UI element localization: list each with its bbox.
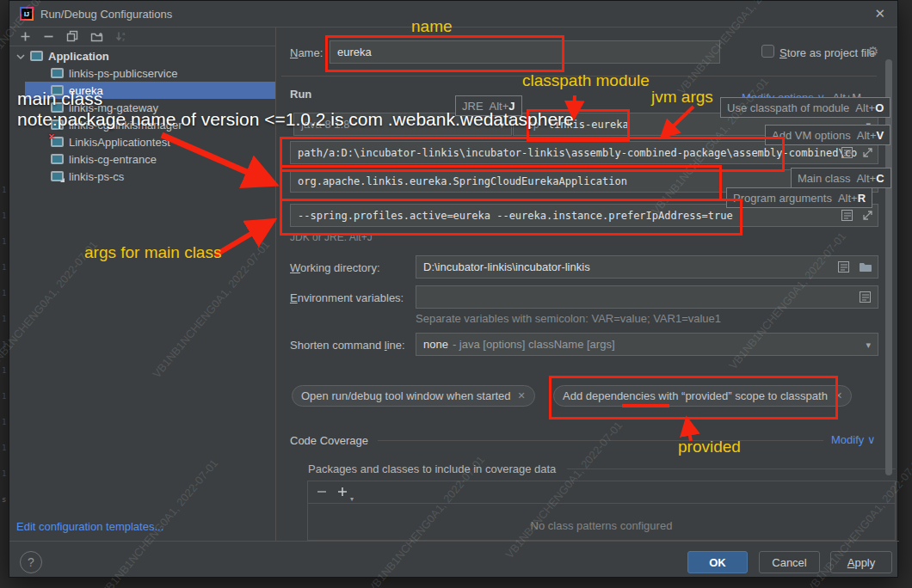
remove-pattern-icon[interactable] bbox=[317, 485, 327, 500]
tree-node-application[interactable]: Application bbox=[9, 47, 275, 64]
cancel-button[interactable]: Cancel bbox=[759, 551, 820, 573]
chevron-down-icon: ▾ bbox=[866, 339, 871, 350]
tree-item-label: LinkisApplicationtest bbox=[69, 136, 170, 149]
chevron-expanded-icon[interactable] bbox=[16, 50, 25, 63]
annotation-note-text: note:package name of version <=1.0.2 is … bbox=[17, 109, 574, 130]
tree-item-label: linkis-ps-publicservice bbox=[69, 67, 177, 80]
tree-item-linkisapplicationtest[interactable]: LinkisApplicationtest bbox=[9, 133, 275, 150]
environment-variables-label: Environment variables: bbox=[290, 291, 404, 304]
tree-item-label: linkis-cg-entrance bbox=[69, 153, 157, 166]
run-config-error-icon bbox=[51, 137, 64, 147]
coverage-modify-link[interactable]: Modify ∨ bbox=[831, 433, 875, 446]
help-button[interactable]: ? bbox=[20, 551, 42, 573]
code-coverage-section-label: Code Coverage bbox=[290, 434, 368, 447]
close-icon[interactable]: ✕ bbox=[874, 6, 885, 21]
remove-tag-icon[interactable]: ✕ bbox=[835, 390, 842, 401]
svg-text:a: a bbox=[122, 31, 126, 36]
apply-button[interactable]: Apply bbox=[830, 551, 892, 573]
shorten-command-line-label: Shorten command line: bbox=[290, 339, 405, 352]
title-bar: IJ Run/Debug Configurations ✕ bbox=[9, 1, 897, 28]
open-tool-window-tag[interactable]: Open run/debug tool window when started … bbox=[292, 385, 535, 407]
tree-node-label: Application bbox=[48, 50, 109, 63]
program-arguments-hint: Program argumentsAlt+R bbox=[726, 187, 872, 208]
tree-item-label: linkis-ps-cs bbox=[69, 170, 124, 183]
vertical-scrollbar[interactable] bbox=[885, 59, 892, 475]
tree-item-linkis-ps-publicservice[interactable]: linkis-ps-publicservice bbox=[9, 64, 275, 82]
name-label: Name: bbox=[290, 46, 323, 59]
new-folder-icon[interactable] bbox=[90, 31, 103, 42]
chevron-down-icon: ∨ bbox=[867, 433, 876, 446]
provided-word: provided bbox=[685, 389, 728, 402]
working-directory-input[interactable]: D:\incubator-linkis\incubator-linkis bbox=[416, 255, 878, 279]
working-directory-label: Working directory: bbox=[290, 261, 380, 274]
screen: 1 1 1 1 1 1 1 1 1 1 1 1 s IJ Run/Debug C… bbox=[0, 0, 912, 588]
environment-variables-input[interactable] bbox=[416, 285, 878, 309]
tree-item-linkis-ps-cs[interactable]: linkis-ps-cs bbox=[9, 168, 275, 185]
dialog-title: Run/Debug Configurations bbox=[40, 8, 172, 21]
application-type-icon bbox=[30, 51, 43, 61]
run-debug-configurations-dialog: IJ Run/Debug Configurations ✕ az Applica… bbox=[9, 0, 898, 578]
remove-tag-icon[interactable]: ✕ bbox=[518, 390, 526, 401]
name-input[interactable]: eureka bbox=[330, 40, 720, 64]
intellij-logo-icon: IJ bbox=[20, 7, 34, 21]
expand-field-icon[interactable] bbox=[861, 146, 874, 162]
remove-configuration-icon[interactable] bbox=[43, 31, 54, 42]
run-config-icon bbox=[51, 68, 64, 78]
annotation-main-class-label: main class bbox=[17, 89, 102, 109]
paste-history-icon[interactable] bbox=[859, 291, 872, 307]
coverage-patterns-table: ▾ No class patterns configured bbox=[307, 481, 896, 541]
browse-folder-icon[interactable] bbox=[859, 260, 872, 276]
gear-icon[interactable]: ⚙ bbox=[867, 44, 878, 59]
edit-configuration-templates-link[interactable]: Edit configuration templates... bbox=[16, 520, 163, 533]
run-section-label: Run bbox=[290, 88, 311, 101]
sort-configurations-icon[interactable]: az bbox=[115, 31, 127, 42]
svg-text:z: z bbox=[122, 37, 125, 42]
annotation-classpath-module-label: classpath module bbox=[522, 71, 650, 90]
provided-scope-tag[interactable]: Add dependencies with “provided” scope t… bbox=[553, 385, 852, 407]
copy-configuration-icon[interactable] bbox=[66, 30, 78, 42]
coverage-table-toolbar: ▾ bbox=[308, 481, 895, 504]
paste-history-icon[interactable] bbox=[837, 260, 850, 277]
jdk-or-jre-hint: JDK or JRE. Alt+J bbox=[290, 231, 373, 243]
tree-item-linkis-cg-entrance[interactable]: linkis-cg-entrance bbox=[9, 150, 275, 168]
run-config-icon bbox=[51, 154, 64, 164]
store-as-project-file-checkbox[interactable] bbox=[761, 45, 774, 58]
main-class-hint: Main classAlt+C bbox=[791, 168, 891, 188]
shorten-command-line-select[interactable]: none - java [options] className [args] ▾ bbox=[416, 333, 878, 356]
empty-table-message: No class patterns configured bbox=[308, 519, 895, 532]
environment-variables-hint: Separate variables with semicolon: VAR=v… bbox=[416, 312, 721, 325]
add-vm-options-hint: Add VM optionsAlt+V bbox=[765, 125, 890, 145]
expand-field-icon[interactable] bbox=[861, 209, 874, 225]
run-config-shared-icon bbox=[51, 171, 64, 181]
annotation-args-for-main-label: args for main class bbox=[84, 243, 221, 262]
store-as-project-file-label: Store as project file bbox=[780, 46, 875, 59]
add-configuration-icon[interactable] bbox=[20, 31, 31, 42]
annotation-jvm-args-label: jvm args bbox=[651, 88, 713, 107]
annotation-provided-label: provided bbox=[678, 438, 741, 456]
divider bbox=[378, 440, 823, 441]
footer-divider bbox=[9, 541, 899, 542]
paste-history-icon[interactable] bbox=[841, 146, 853, 162]
divider bbox=[567, 469, 896, 469]
use-classpath-hint: Use classpath of moduleAlt+O bbox=[720, 97, 890, 118]
annotation-underline-provided bbox=[622, 404, 669, 407]
add-pattern-icon[interactable]: ▾ bbox=[337, 485, 348, 500]
paste-history-icon[interactable] bbox=[841, 209, 853, 225]
packages-include-label: Packages and classes to include in cover… bbox=[308, 462, 556, 475]
annotation-name-label: name bbox=[411, 17, 453, 36]
sidebar-toolbar: az bbox=[9, 27, 275, 46]
ok-button[interactable]: OK bbox=[687, 551, 748, 573]
